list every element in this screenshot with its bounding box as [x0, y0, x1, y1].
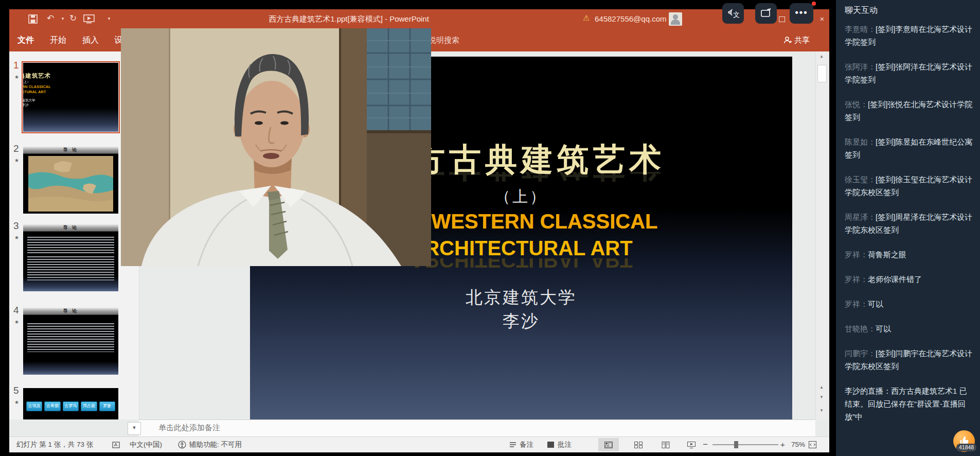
chat-message: 陈昱如：[签到]陈昱如在东峰世纪公寓签到: [845, 135, 973, 161]
undo-icon[interactable]: ↶: [44, 12, 57, 25]
chat-message: 徐玉玺：[签到]徐玉玺在北海艺术设计学院东校区签到: [845, 173, 973, 199]
chat-message-text: 荷鲁斯之眼: [868, 250, 906, 259]
comments-toggle[interactable]: 批注: [558, 437, 572, 452]
reading-view-icon: [662, 442, 670, 448]
thumbnail-5-nav-button: 罗曼: [99, 401, 115, 411]
vertical-scrollbar[interactable]: ▲ ▲ ▼ ▼: [815, 51, 827, 419]
avatar-body: [671, 20, 680, 25]
scroll-up-icon[interactable]: ▲: [817, 52, 826, 61]
chat-message: 李沙的直播：西方古典建筑艺术1 已结束。回放已保存在“群设置-直播回放”中: [845, 384, 973, 423]
notes-placeholder[interactable]: 单击此处添加备注: [158, 423, 220, 433]
tab-file[interactable]: 文件: [17, 29, 34, 51]
thumbnail-gradient: [23, 276, 118, 291]
pseudo-text-block: [27, 323, 114, 352]
chat-message: 周星泽：[签到]周星泽在北海艺术设计学院东校区签到: [845, 211, 973, 236]
chat-message-sender: 罗祥：: [845, 275, 868, 284]
chat-message: 李意晴：[签到]李意晴在北海艺术设计学院签到: [845, 23, 973, 48]
share-button[interactable]: 共享: [783, 29, 810, 51]
animation-star-icon: ★: [14, 235, 19, 240]
thumb-number: 4: [13, 305, 19, 316]
thumbnail-5-buttons-row1: 古埃及古希腊古罗马拜占庭罗曼: [26, 401, 115, 411]
thumbnail-3-header: 导 论: [23, 224, 118, 232]
pseudo-text-block: [27, 237, 114, 253]
chat-message: 张悦：[签到]张悦在北海艺术设计学院签到: [845, 98, 973, 124]
zoom-in-button[interactable]: +: [780, 437, 785, 452]
zoom-percentage[interactable]: 75%: [791, 437, 805, 452]
slide-thumbnail-4[interactable]: 导 论: [23, 308, 118, 375]
reading-view-button[interactable]: [655, 438, 676, 451]
previous-slide-button[interactable]: ▲: [817, 383, 826, 392]
like-count-badge: 41848: [956, 444, 976, 451]
normal-view-icon: [604, 442, 613, 448]
slide-thumbnail-1[interactable]: 西方古典建筑艺术 （上） THE WESTERN CLASSICALARCHIT…: [23, 63, 118, 132]
screen: ↶ ▾ ↻ ▾ 西方古典建筑艺术1.ppt[兼容模式] - PowerPoint…: [0, 0, 980, 456]
comments-icon: [547, 442, 554, 448]
restore-icon[interactable]: [779, 16, 785, 22]
thumbnail-5-nav-button: 古埃及: [26, 401, 42, 411]
tell-me-search[interactable]: 说明搜索: [429, 29, 459, 51]
notes-icon: [509, 442, 516, 448]
save-icon[interactable]: [28, 14, 38, 24]
avatar[interactable]: [669, 12, 682, 26]
warning-icon: ⚠: [583, 13, 590, 23]
slideshow-view-button[interactable]: [681, 438, 702, 451]
notification-dot: [812, 2, 816, 6]
status-bar: 幻灯片 第 1 张，共 73 张 中文(中国) 辅助功能: 不可用 备注 批注: [9, 436, 829, 452]
presenter-webcam-video[interactable]: [121, 28, 431, 266]
language-indicator[interactable]: 中文(中国): [130, 437, 162, 452]
close-icon[interactable]: ×: [815, 9, 829, 29]
zoom-out-button[interactable]: −: [703, 437, 708, 452]
thumbnail-2-header: 导 论: [23, 147, 118, 154]
slide-author: 李沙: [250, 310, 792, 333]
chat-message-text: 可以: [876, 324, 891, 333]
animation-star-icon: ★: [14, 319, 19, 325]
rotate-screen-icon: [760, 7, 772, 20]
more-options-button[interactable]: •••: [790, 3, 813, 24]
start-slideshow-icon[interactable]: [83, 14, 95, 24]
notes-collapse-button[interactable]: ▼: [128, 422, 141, 435]
accessibility-status[interactable]: 辅助功能: 不可用: [189, 437, 242, 452]
animation-star-icon: ★: [14, 157, 19, 163]
notes-toggle[interactable]: 备注: [520, 437, 533, 452]
slide-thumbnail-2[interactable]: 导 论: [23, 147, 118, 214]
zoom-slider-handle[interactable]: [734, 441, 738, 448]
accessibility-icon[interactable]: [178, 441, 186, 449]
chat-message-sender: 李意晴：: [845, 25, 876, 33]
notes-pane[interactable]: ▼ 单击此处添加备注: [139, 419, 815, 437]
chat-panel: 聊天互动 李意晴：[签到]李意晴在北海艺术设计学院签到张阿洋：[签到]张阿洋在北…: [836, 0, 980, 456]
thumb-number: 2: [13, 143, 19, 154]
slide-thumbnail-3[interactable]: 导 论: [23, 224, 118, 291]
thumbnail-4-header: 导 论: [23, 308, 118, 315]
chat-message-text: 老师你课件错了: [868, 275, 922, 284]
thumbnail-5-nav-button: 拜占庭: [81, 401, 97, 411]
tab-insert[interactable]: 插入: [82, 29, 99, 51]
fit-to-window-icon[interactable]: [809, 441, 816, 448]
customize-qat-caret-icon[interactable]: ▾: [103, 12, 115, 25]
spellcheck-icon[interactable]: [112, 441, 120, 449]
rotate-screen-button[interactable]: [755, 3, 777, 24]
zoom-slider[interactable]: [712, 444, 778, 445]
chat-message-list[interactable]: 李意晴：[签到]李意晴在北海艺术设计学院签到张阿洋：[签到]张阿洋在北海艺术设计…: [845, 23, 973, 435]
chat-message: 闫鹏宇：[签到]闫鹏宇在北海艺术设计学院东校区签到: [845, 347, 973, 373]
webcam-tiles: [367, 28, 431, 130]
next-slide-button[interactable]: ▼: [817, 393, 826, 401]
thumbnail-gradient: [23, 108, 118, 132]
titlebar: ↶ ▾ ↻ ▾ 西方古典建筑艺术1.ppt[兼容模式] - PowerPoint…: [9, 9, 829, 29]
chat-message-sender: 罗祥：: [845, 250, 868, 259]
normal-view-button[interactable]: [598, 438, 619, 451]
chat-message-sender: 甘晓艳：: [845, 324, 876, 333]
slideshow-icon: [687, 442, 696, 448]
repeat-icon[interactable]: ↻: [67, 12, 79, 25]
thumb-number: 5: [13, 385, 19, 396]
account-email[interactable]: 645827556@qq.com: [595, 9, 667, 29]
chat-message-sender: 陈昱如：: [845, 137, 876, 146]
slide-sorter-view-button[interactable]: [628, 438, 649, 451]
chat-message-sender: 罗祥：: [845, 300, 868, 308]
voice-to-text-button[interactable]: 文: [722, 3, 744, 24]
slide-organization: 北京建筑大学: [250, 286, 792, 309]
chat-message-sender: 张阿洋：: [845, 62, 876, 71]
slide-thumbnail-5[interactable]: 古埃及古希腊古罗马拜占庭罗曼 哥特文艺复兴巴洛克洛可可新古典主义: [23, 388, 118, 419]
scroll-down-icon[interactable]: ▼: [817, 407, 826, 415]
tab-home[interactable]: 开始: [50, 29, 66, 51]
scrollbar-thumb[interactable]: [817, 65, 827, 82]
